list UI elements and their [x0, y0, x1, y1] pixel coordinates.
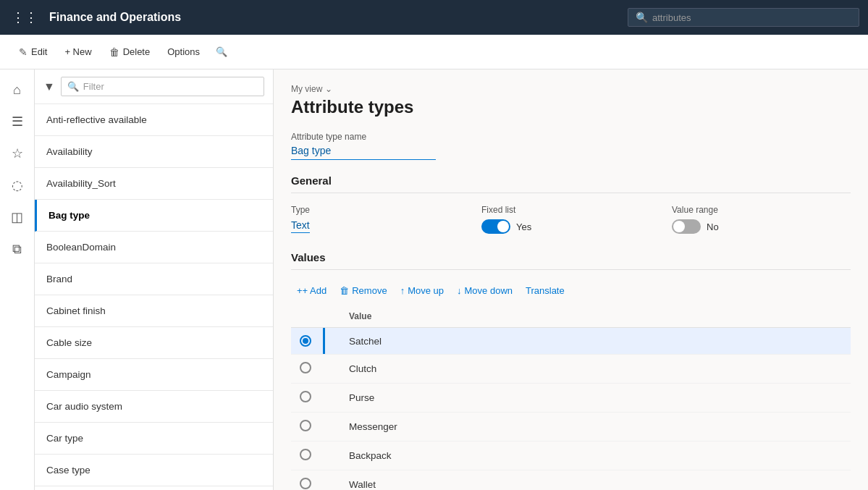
list-item[interactable]: Availability: [35, 136, 273, 168]
add-button[interactable]: + + Add: [291, 282, 332, 300]
value-cell: Clutch: [340, 355, 851, 384]
remove-button[interactable]: 🗑 Remove: [334, 282, 392, 300]
modules-icon[interactable]: ⧉: [3, 235, 32, 263]
list-item[interactable]: Campaign: [35, 359, 273, 391]
global-search-input[interactable]: [652, 12, 851, 23]
row-radio[interactable]: [300, 362, 311, 373]
table-row[interactable]: Satchel: [291, 328, 851, 355]
left-sidebar: ⌂ ☰ ☆ ◌ ◫ ⧉: [0, 69, 35, 490]
action-bar: ✎ Edit + New 🗑 Delete Options 🔍: [0, 35, 868, 69]
type-value[interactable]: Text: [291, 219, 310, 233]
options-button[interactable]: Options: [160, 42, 207, 62]
edit-icon: ✎: [19, 46, 28, 58]
table-row[interactable]: Messenger: [291, 413, 851, 442]
list-panel: ▼ 🔍 Anti-reflective available Availabili…: [35, 69, 274, 490]
value-cell: Wallet: [340, 470, 851, 491]
home-icon[interactable]: ⌂: [3, 75, 32, 104]
fixed-list-field: Fixed list Yes: [481, 205, 660, 234]
value-cell: Messenger: [340, 413, 851, 442]
favorites-icon[interactable]: ☆: [3, 139, 32, 168]
value-cell: Backpack: [340, 442, 851, 470]
move-up-button[interactable]: ↑ Move up: [395, 282, 450, 300]
list-item[interactable]: Case type: [35, 455, 273, 486]
list-item[interactable]: Anti-reflective available: [35, 104, 273, 136]
table-row[interactable]: Backpack: [291, 442, 851, 470]
detail-panel: My view ⌄ Attribute types Attribute type…: [274, 69, 868, 490]
table-row[interactable]: Wallet: [291, 470, 851, 491]
list-item[interactable]: BooleanDomain: [35, 232, 273, 263]
new-button[interactable]: + New: [57, 42, 98, 62]
app-title: Finance and Operations: [49, 11, 619, 24]
list-panel-header: ▼ 🔍: [35, 69, 273, 104]
general-section-title: General: [291, 174, 851, 193]
workspaces-icon[interactable]: ◫: [3, 203, 32, 232]
value-range-toggle-wrapper: No: [672, 219, 851, 234]
list-item[interactable]: Car audio system: [35, 391, 273, 423]
grid-icon[interactable]: ⋮⋮: [9, 7, 41, 28]
list-item[interactable]: Cable size: [35, 327, 273, 359]
list-item[interactable]: Brand: [35, 263, 273, 295]
plus-icon: +: [297, 285, 303, 296]
menu-icon[interactable]: ☰: [3, 107, 32, 136]
top-bar: ⋮⋮ Finance and Operations 🔍: [0, 0, 868, 35]
page-title: Attribute types: [291, 97, 851, 117]
arrow-up-icon: ↑: [400, 285, 405, 296]
fixed-list-toggle-wrapper: Yes: [481, 219, 660, 234]
recent-icon[interactable]: ◌: [3, 171, 32, 200]
filter-icon[interactable]: ▼: [43, 80, 55, 93]
fixed-list-toggle[interactable]: [481, 219, 510, 234]
table-row[interactable]: Clutch: [291, 355, 851, 384]
delete-icon: 🗑: [109, 46, 119, 58]
global-search[interactable]: 🔍: [628, 8, 859, 27]
general-grid: Type Text Fixed list Yes Value range: [291, 205, 851, 234]
value-range-field: Value range No: [672, 205, 851, 234]
row-radio[interactable]: [300, 449, 311, 460]
col-bar: [323, 305, 340, 328]
view-selector[interactable]: My view ⌄: [291, 84, 851, 94]
table-row[interactable]: Purse: [291, 384, 851, 413]
list-search-input[interactable]: [83, 81, 258, 92]
value-range-toggle[interactable]: [672, 219, 701, 234]
fixed-list-toggle-label: Yes: [516, 221, 531, 232]
attribute-type-name-field: Attribute type name Bag type: [291, 132, 851, 174]
main-layout: ⌂ ☰ ☆ ◌ ◫ ⧉ ▼ 🔍 Anti-reflective availabl…: [0, 69, 868, 490]
values-table: Value Satchel Clutch: [291, 305, 851, 490]
search-icon-action: 🔍: [216, 46, 227, 57]
value-cell: Satchel: [340, 328, 851, 355]
translate-button[interactable]: Translate: [520, 282, 570, 300]
delete-button[interactable]: 🗑 Delete: [102, 42, 158, 62]
col-radio: [291, 305, 323, 328]
arrow-down-icon: ↓: [457, 285, 462, 296]
row-radio[interactable]: [300, 478, 311, 489]
attribute-type-name-value[interactable]: Bag type: [291, 145, 436, 160]
list-search-box[interactable]: 🔍: [61, 77, 264, 96]
value-cell: Purse: [340, 384, 851, 413]
list-item[interactable]: Availability_Sort: [35, 168, 273, 200]
values-section-title: Values: [291, 251, 851, 270]
values-toolbar: + + Add 🗑 Remove ↑ Move up ↓ Move down T…: [291, 282, 851, 300]
chevron-down-icon: ⌄: [325, 84, 332, 94]
search-button[interactable]: 🔍: [210, 42, 233, 62]
col-value: Value: [340, 305, 851, 328]
list-item[interactable]: Cabinet finish: [35, 295, 273, 327]
search-icon: 🔍: [636, 12, 648, 23]
move-down-button[interactable]: ↓ Move down: [451, 282, 518, 300]
list-item-selected[interactable]: Bag type: [35, 200, 273, 232]
trash-icon: 🗑: [340, 285, 349, 296]
value-range-toggle-label: No: [707, 221, 719, 232]
row-radio-selected[interactable]: [300, 335, 311, 347]
list-items-container: Anti-reflective available Availability A…: [35, 104, 273, 490]
list-search-icon: 🔍: [67, 81, 79, 92]
list-item[interactable]: Car type: [35, 423, 273, 455]
type-field: Type Text: [291, 205, 470, 234]
edit-button[interactable]: ✎ Edit: [12, 42, 54, 62]
row-radio[interactable]: [300, 420, 311, 431]
row-radio[interactable]: [300, 391, 311, 402]
